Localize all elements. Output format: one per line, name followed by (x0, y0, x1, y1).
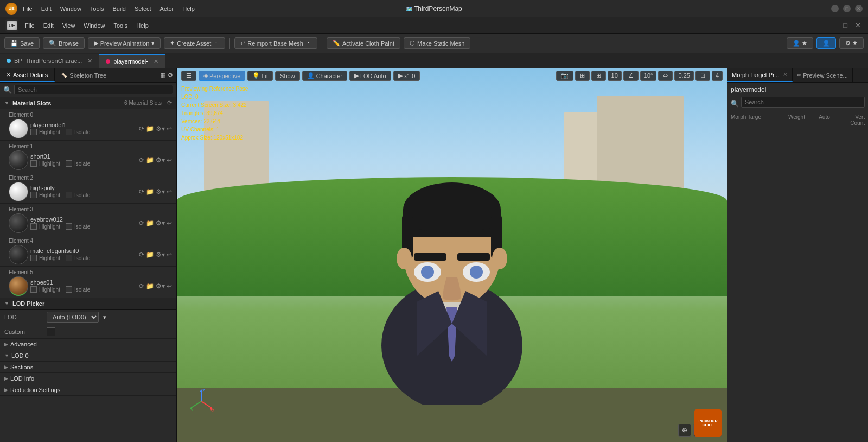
slot-1-isolate-check[interactable] (66, 160, 72, 167)
slot-5-isolate-check[interactable] (66, 286, 72, 293)
right-tab-preview[interactable]: ✏ Preview Scene... (793, 68, 853, 82)
slot-0-more-icon[interactable]: ⚙▾ (156, 125, 165, 132)
slot-2-isolate-check[interactable] (66, 192, 72, 198)
viewport-hamburger-btn[interactable]: ☰ (181, 71, 196, 81)
lod-custom-box[interactable] (47, 327, 55, 336)
vp-scale-btn[interactable]: ⇔ (658, 71, 673, 81)
panel-tab-asset-details[interactable]: ✕ Asset Details (0, 68, 55, 82)
app-close[interactable]: ✕ (853, 21, 863, 29)
title-menu-tools[interactable]: Tools (90, 5, 104, 12)
advanced-row[interactable]: ▶ Advanced (0, 339, 176, 350)
slot-3-cycle-icon[interactable]: ⟳ (139, 219, 144, 227)
toolbar-person-button[interactable]: 👤 ★ (787, 37, 813, 49)
title-menu-edit[interactable]: Edit (41, 5, 52, 12)
title-menu-help[interactable]: Help (182, 5, 195, 12)
overlay-badge[interactable]: PARKOUR CHIEF (694, 409, 722, 437)
save-button[interactable]: 💾 Save (4, 37, 40, 49)
slot-3-more-icon[interactable]: ⚙▾ (156, 219, 165, 227)
slot-5-cycle-icon[interactable]: ⟳ (139, 282, 144, 290)
minimize-button[interactable]: — (831, 5, 839, 12)
panel-grid-icon[interactable]: ▦ (160, 72, 165, 79)
slot-1-highlight-check[interactable] (30, 160, 37, 167)
slot-0-reset-icon[interactable]: ↩ (167, 125, 172, 132)
slot-5-reset-icon[interactable]: ↩ (167, 282, 172, 290)
toolbar-skeleton-button[interactable]: 👤 (816, 37, 836, 49)
title-menu-build[interactable]: Build (113, 5, 126, 12)
tab-bp-thirdperson[interactable]: BP_ThirdPersonCharac... ✕ (0, 54, 99, 68)
slot-1-reset-icon[interactable]: ↩ (167, 156, 172, 164)
close-button[interactable]: ✕ (855, 5, 863, 12)
slot-5-more-icon[interactable]: ⚙▾ (156, 282, 165, 290)
slot-4-more-icon[interactable]: ⚙▾ (156, 251, 165, 258)
reduction-row[interactable]: ▶ Reduction Settings (0, 384, 176, 396)
viewport[interactable]: ☰ ◈ Perspective 💡 Lit Show 👤 Character ▶… (177, 68, 727, 442)
app-maximize[interactable]: □ (841, 21, 849, 29)
slot-5-folder-icon[interactable]: 📁 (146, 282, 154, 290)
browse-button[interactable]: 🔍 Browse (43, 37, 85, 49)
sections-row[interactable]: ▶ Sections (0, 362, 176, 373)
panel-gear-icon[interactable]: ⚙ (168, 72, 173, 79)
toolbar-settings-button[interactable]: ⚙ ★ (839, 37, 864, 49)
search-input[interactable] (14, 85, 173, 94)
lod-select[interactable]: Auto (LOD0) (47, 312, 99, 323)
slot-3-folder-icon[interactable]: 📁 (146, 219, 154, 227)
slot-4-reset-icon[interactable]: ↩ (167, 251, 172, 258)
tab-close-player[interactable]: ✕ (154, 58, 158, 65)
app-minimize[interactable]: — (827, 21, 837, 29)
app-menu-help[interactable]: Help (136, 22, 149, 29)
preview-anim-button[interactable]: ▶ Preview Animation ▾ (88, 37, 161, 49)
vp-grid-btn[interactable]: ⊞ (591, 71, 606, 81)
right-tab-morph[interactable]: Morph Target Pr... ✕ (727, 68, 793, 82)
vp-bottom-btn-1[interactable]: ⊕ (678, 424, 691, 437)
morph-tab-close[interactable]: ✕ (783, 71, 788, 78)
tab-close-bp[interactable]: ✕ (87, 58, 92, 65)
slot-4-isolate-check[interactable] (66, 255, 72, 261)
app-menu-window[interactable]: Window (84, 22, 105, 29)
slot-2-reset-icon[interactable]: ↩ (167, 188, 172, 195)
static-mesh-button[interactable]: ⬡ Make Static Mesh (404, 37, 470, 49)
vp-view-btn[interactable]: ⊡ (695, 71, 710, 81)
cloth-paint-button[interactable]: ✏️ Activate Cloth Paint (327, 37, 400, 49)
vp-angle-btn[interactable]: ∠ (623, 71, 639, 81)
viewport-show-btn[interactable]: Show (275, 71, 300, 81)
vp-snap-btn[interactable]: ⊞ (575, 71, 590, 81)
slot-0-isolate-check[interactable] (66, 129, 72, 135)
slot-1-more-icon[interactable]: ⚙▾ (156, 156, 165, 164)
slot-2-highlight-check[interactable] (30, 192, 37, 198)
slot-1-cycle-icon[interactable]: ⟳ (139, 156, 144, 164)
slot-4-folder-icon[interactable]: 📁 (146, 251, 154, 258)
viewport-perspective-btn[interactable]: ◈ Perspective (199, 71, 245, 81)
viewport-lod-btn[interactable]: ▶ LOD Auto (349, 71, 391, 81)
vp-camera-btn[interactable]: 📷 (556, 71, 573, 81)
slot-0-folder-icon[interactable]: 📁 (146, 125, 154, 132)
slot-3-reset-icon[interactable]: ↩ (167, 219, 172, 227)
slot-1-folder-icon[interactable]: 📁 (146, 156, 154, 164)
app-menu-tools[interactable]: Tools (113, 22, 127, 29)
slot-2-folder-icon[interactable]: 📁 (146, 188, 154, 195)
slot-2-cycle-icon[interactable]: ⟳ (139, 188, 144, 195)
title-menu-actor[interactable]: Actor (160, 5, 174, 12)
slot-3-highlight-check[interactable] (30, 223, 37, 230)
panel-tab-skeleton-tree[interactable]: 🦴 Skeleton Tree (55, 68, 113, 82)
maximize-button[interactable]: □ (843, 5, 851, 12)
app-menu-edit[interactable]: Edit (43, 22, 54, 29)
lod-picker-header[interactable]: ▼ LOD Picker (0, 298, 176, 310)
material-slots-header[interactable]: ▼ Material Slots 6 Material Slots ⟳ (0, 97, 176, 109)
viewport-lit-btn[interactable]: 💡 Lit (247, 71, 273, 81)
material-slots-refresh[interactable]: ⟳ (167, 99, 172, 106)
slot-0-cycle-icon[interactable]: ⟳ (139, 125, 144, 132)
slot-4-cycle-icon[interactable]: ⟳ (139, 251, 144, 258)
viewport-character-btn[interactable]: 👤 Character (302, 71, 347, 81)
title-menu-window[interactable]: Window (60, 5, 81, 12)
lod-info-row[interactable]: ▶ LOD Info (0, 373, 176, 384)
create-asset-button[interactable]: ✦ Create Asset ⋮ (164, 37, 225, 49)
title-menu-file[interactable]: File (23, 5, 33, 12)
slot-2-more-icon[interactable]: ⚙▾ (156, 188, 165, 195)
morph-search-input[interactable] (741, 97, 865, 108)
reimport-button[interactable]: ↩ Reimport Base Mesh ⋮ (234, 37, 317, 49)
slot-4-highlight-check[interactable] (30, 255, 37, 261)
slot-0-highlight-check[interactable] (30, 129, 37, 135)
slot-3-isolate-check[interactable] (66, 223, 72, 230)
slot-5-highlight-check[interactable] (30, 286, 37, 293)
app-menu-view[interactable]: View (62, 22, 75, 29)
